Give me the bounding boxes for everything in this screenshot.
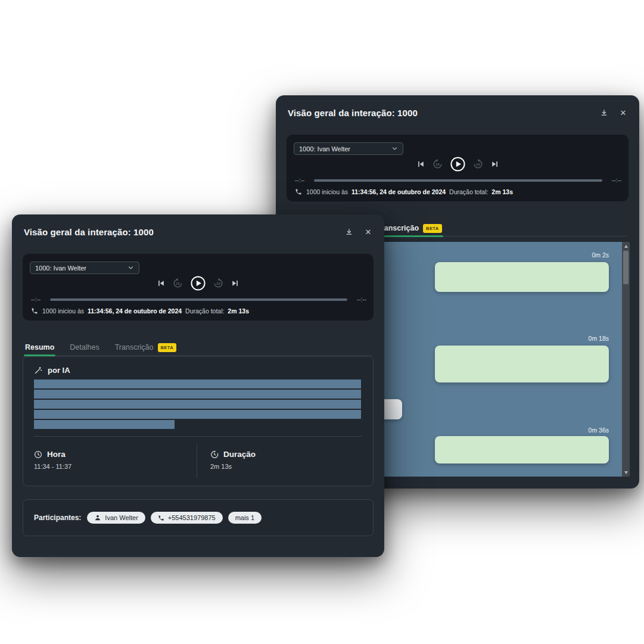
call-info: 1000 iniciou às 11:34:56, 24 de outubro … bbox=[31, 307, 366, 315]
play-icon[interactable] bbox=[450, 156, 466, 172]
duration-label: Duração bbox=[223, 450, 256, 459]
tab-resumo[interactable]: Resumo bbox=[24, 340, 55, 355]
channel-select[interactable]: 1000: Ivan Welter bbox=[294, 142, 403, 155]
play-icon[interactable] bbox=[190, 275, 206, 291]
call-info: 1000 iniciou às 11:34:56, 24 de outubro … bbox=[295, 188, 621, 195]
time-value: 11:34 - 11:37 bbox=[34, 463, 186, 470]
participants-card: Participantes: Ivan Welter +554531979875… bbox=[23, 499, 374, 536]
forward-10-icon[interactable]: 10 bbox=[213, 278, 224, 289]
audio-player: 1000: Ivan Welter 10 10 bbox=[23, 254, 374, 321]
more-participants-chip[interactable]: mais 1 bbox=[228, 512, 262, 524]
beta-badge: BETA bbox=[158, 343, 176, 352]
message-timestamp: 0m 18s bbox=[589, 335, 609, 342]
skip-to-start-icon[interactable] bbox=[416, 160, 425, 169]
redacted-line bbox=[34, 420, 175, 429]
message-timestamp: 0m 2s bbox=[592, 251, 609, 259]
seek-bar[interactable] bbox=[50, 298, 347, 301]
forward-10-icon[interactable]: 10 bbox=[472, 158, 484, 170]
modal-header: Visão geral da interação: 1000 ✕ bbox=[24, 226, 374, 237]
svg-text:10: 10 bbox=[435, 162, 440, 166]
redacted-line bbox=[34, 400, 361, 409]
ai-summary-label: por IA bbox=[48, 366, 70, 375]
interaction-overview-modal-front: Visão geral da interação: 1000 ✕ 1000: I… bbox=[12, 214, 384, 557]
scroll-up-icon[interactable] bbox=[622, 242, 630, 250]
redacted-line bbox=[34, 379, 361, 388]
svg-text:10: 10 bbox=[176, 281, 180, 285]
elapsed-time: --:-- bbox=[295, 177, 304, 183]
modal-header: Visão geral da interação: 1000 ✕ bbox=[288, 107, 629, 118]
tab-transcricao[interactable]: Transcrição BETA bbox=[376, 220, 443, 236]
phone-icon bbox=[31, 307, 38, 315]
participant-chip[interactable]: Ivan Welter bbox=[87, 512, 145, 524]
close-icon[interactable]: ✕ bbox=[618, 107, 629, 118]
time-label: Hora bbox=[47, 450, 66, 459]
remaining-time: --:-- bbox=[612, 177, 621, 183]
divider bbox=[34, 436, 362, 437]
download-icon[interactable] bbox=[344, 226, 354, 237]
close-icon[interactable]: ✕ bbox=[363, 226, 374, 237]
scrollbar[interactable] bbox=[622, 242, 630, 477]
tab-bar: Resumo Detalhes Transcrição BETA bbox=[24, 340, 372, 356]
tab-detalhes[interactable]: Detalhes bbox=[69, 340, 100, 355]
clock-icon bbox=[34, 450, 42, 459]
message-timestamp: 0m 36s bbox=[589, 427, 609, 434]
download-icon[interactable] bbox=[599, 107, 609, 118]
canvas: Visão geral da interação: 1000 ✕ 1000: I… bbox=[0, 0, 644, 644]
scrollbar-thumb[interactable] bbox=[623, 251, 629, 284]
rewind-10-icon[interactable]: 10 bbox=[172, 278, 183, 289]
skip-to-end-icon[interactable] bbox=[231, 279, 239, 288]
time-section: Hora 11:34 - 11:37 bbox=[23, 444, 197, 478]
seek-bar[interactable] bbox=[314, 179, 602, 182]
phone-icon bbox=[158, 515, 164, 521]
chevron-down-icon bbox=[391, 145, 398, 152]
elapsed-time: --:-- bbox=[31, 296, 41, 303]
redacted-line bbox=[34, 390, 361, 399]
channel-select-value: 1000: Ivan Welter bbox=[35, 265, 86, 272]
page-title: Visão geral da interação: 1000 bbox=[24, 227, 154, 237]
message-bubble[interactable] bbox=[435, 262, 609, 292]
skip-to-end-icon[interactable] bbox=[490, 160, 499, 169]
duration-value: 2m 13s bbox=[210, 463, 362, 470]
magic-wand-icon bbox=[34, 366, 42, 375]
redacted-summary-text bbox=[34, 379, 361, 430]
phone-icon bbox=[295, 188, 302, 195]
skip-to-start-icon[interactable] bbox=[157, 279, 166, 288]
redacted-line bbox=[34, 410, 361, 419]
duration-section: Duração 2m 13s bbox=[197, 444, 373, 478]
chevron-down-icon bbox=[127, 265, 134, 271]
beta-badge: BETA bbox=[423, 224, 441, 233]
svg-text:10: 10 bbox=[216, 281, 220, 285]
remaining-time: --:-- bbox=[357, 296, 366, 303]
audio-player: 1000: Ivan Welter 10 10 bbox=[287, 135, 629, 201]
channel-select[interactable]: 1000: Ivan Welter bbox=[30, 262, 139, 274]
participants-label: Participantes: bbox=[34, 514, 81, 522]
tab-transcricao[interactable]: Transcrição BETA bbox=[114, 340, 178, 355]
svg-text:10: 10 bbox=[476, 162, 480, 166]
scroll-down-icon[interactable] bbox=[622, 469, 630, 476]
person-icon bbox=[94, 514, 101, 521]
timer-icon bbox=[210, 450, 219, 459]
channel-select-value: 1000: Ivan Welter bbox=[299, 145, 350, 153]
rewind-10-icon[interactable]: 10 bbox=[432, 158, 443, 170]
participant-chip[interactable]: +554531979875 bbox=[151, 512, 223, 524]
message-bubble[interactable] bbox=[435, 436, 609, 463]
message-bubble[interactable] bbox=[435, 346, 609, 382]
page-title: Visão geral da interação: 1000 bbox=[288, 108, 418, 118]
summary-card: por IA Hora 11:34 - 11:37 bbox=[23, 356, 374, 486]
